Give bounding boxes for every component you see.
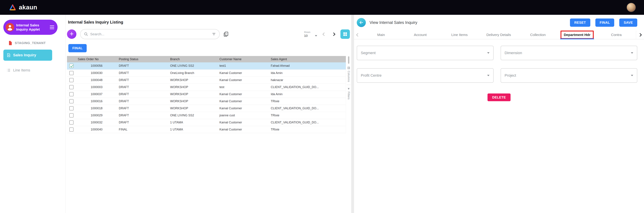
row-checkbox[interactable] [69,106,74,110]
action-button[interactable]: SAVE [619,18,637,27]
cell-sales-agent: TRixie [269,126,346,133]
filter-icon[interactable] [212,32,216,36]
duplicate-page-icon[interactable]: 2 [223,31,229,37]
table-row[interactable]: 1000016 DRAFT WORKSHOP Kamal Customer TR… [67,98,346,105]
columns-tab[interactable]: Columns [347,66,350,83]
sidebar-item-line-items[interactable]: Line Items [3,65,52,76]
tabs-scroll-left-button[interactable] [354,31,362,39]
table-row[interactable]: 1000003 DRAFT WORKSHOP test CLIENT_VALID… [67,84,346,91]
select-field[interactable]: Profit Centre [357,68,494,83]
rows-per-page-select[interactable]: Rows 10 [304,31,317,38]
row-checkbox[interactable] [69,78,74,82]
sidebar-item-label: Sales Inquiry [13,53,36,57]
tenant-row[interactable]: STAGING_TENANT [0,40,66,45]
next-page-button[interactable] [331,32,336,37]
akaun-logo-icon [9,4,16,11]
cell-customer-name: Kamal Customer [218,105,269,112]
prev-page-button[interactable] [322,32,327,37]
user-avatar[interactable] [626,3,636,12]
detail-tab[interactable]: Collection [518,31,558,39]
delete-button[interactable]: DELETE [488,93,510,101]
row-checkbox[interactable] [69,127,74,132]
rows-per-page-value: 10 [304,34,308,38]
table-row[interactable]: 1000018 DRAFT WORKSHOP Kamal Customer CL… [67,105,346,112]
row-checkbox[interactable] [69,85,74,89]
search-box[interactable] [80,29,220,39]
detail-tab[interactable]: Delivery Details [479,31,518,39]
final-filter-chip[interactable]: FINAL [68,44,87,52]
chevron-down-icon [315,35,317,36]
collapse-menu-icon[interactable] [50,25,54,29]
brand-name: akaun [19,4,37,11]
cell-branch: 1 UTAMA [168,126,218,133]
back-button[interactable] [357,18,366,27]
column-header-branch[interactable]: Branch [168,56,218,62]
table-row[interactable]: 1000037 DRAFT WORKSHOP Kamal Customer Id… [67,91,346,98]
detail-tabbar: Main Account Line Items Delivery [354,31,644,39]
action-button[interactable]: FINAL [595,18,614,27]
action-button[interactable]: RESET [570,18,590,27]
row-checkbox[interactable] [69,113,74,118]
column-header-posting-status[interactable]: Posting Status [117,56,168,62]
column-header-sales-agent[interactable]: Sales Agent [269,56,346,62]
cell-sales-order-no: 1000030 [76,69,117,76]
row-checkbox[interactable] [69,120,74,125]
row-checkbox[interactable] [69,64,74,68]
cell-customer-name: Kamal Customer [218,76,269,84]
applet-label: Internal Sales Inquiry Applet [16,23,50,31]
cell-posting-status: DRAFT [117,119,168,126]
row-checkbox[interactable] [69,92,74,96]
cell-sales-agent: Ida Amin [269,91,346,98]
select-field[interactable]: Segment [357,46,494,60]
topbar: akaun [0,0,644,15]
cell-customer-name: test [218,84,269,91]
cell-sales-agent: haknazar [269,76,346,84]
table-row[interactable]: 1000048 DRAFT WORKSHOP Kamal Customer ha… [67,76,346,84]
detail-header: View Internal Sales Inquiry RESET FINAL … [354,17,644,28]
applet-switcher[interactable]: Internal Sales Inquiry Applet [3,20,58,35]
detail-tab[interactable]: Main [362,31,401,39]
list-icon [6,68,11,72]
cell-branch: WORKSHOP [168,105,218,112]
cell-posting-status: DRAFT [117,76,168,84]
table-row[interactable]: 1000040 FINAL 1 UTAMA Kamal Customer TRi… [67,126,346,133]
filters-tab[interactable]: Filters [347,87,350,100]
row-checkbox[interactable] [69,99,74,103]
scrollbar-thumb[interactable] [348,56,349,64]
column-header-customer-name[interactable]: Customer Name [218,56,269,62]
table-row[interactable]: 1000029 DRAFT ONE LIVING SS2 joanne cust… [67,112,346,119]
cell-branch: WORKSHOP [168,76,218,84]
select-field-label: Project [505,73,516,78]
detail-tab[interactable]: Account [401,31,440,39]
cell-posting-status: DRAFT [117,105,168,112]
sales-inquiry-table: Sales Order No Posting Status Branch Cus… [67,56,346,133]
cell-sales-order-no: 1000056 [76,62,117,69]
cell-posting-status: FINAL [117,126,168,133]
detail-tab[interactable]: Department Hdr [558,31,597,39]
cell-sales-order-no: 1000029 [76,112,117,119]
detail-tab[interactable]: Line Items [440,31,479,39]
tabs-scroll-right-button[interactable] [636,31,644,39]
table-row[interactable]: 1000032 DRAFT 1 UTAMA Kamal Customer CLI… [67,119,346,126]
sidebar: Internal Sales Inquiry Applet STAGING_TE… [0,15,66,213]
cell-customer-name: test1 [218,62,269,69]
cell-sales-order-no: 1000032 [76,119,117,126]
select-field[interactable]: Dimension [501,46,638,60]
select-all-header [67,56,76,62]
search-icon [84,32,88,36]
chevron-right-icon [332,32,335,36]
sidebar-item-sales-inquiry[interactable]: Sales Inquiry [3,50,52,61]
cell-posting-status: DRAFT [117,112,168,119]
table-row[interactable]: 1000056 DRAFT ONE LIVING SS2 test1 Fahad… [67,62,346,69]
table-row[interactable]: 1000030 DRAFT OneLiving Branch Kamal Cus… [67,69,346,76]
chevron-left-icon [356,33,360,36]
applet-avatar-icon [6,23,14,31]
add-record-button[interactable]: + [67,29,76,39]
detail-tab[interactable]: Contra [597,31,636,39]
row-checkbox[interactable] [69,71,74,75]
cell-sales-order-no: 1000037 [76,91,117,98]
select-field[interactable]: Project [501,68,638,83]
search-input[interactable] [90,32,210,36]
column-header-sales-order-no[interactable]: Sales Order No [76,56,117,62]
grid-view-button[interactable] [340,29,350,39]
